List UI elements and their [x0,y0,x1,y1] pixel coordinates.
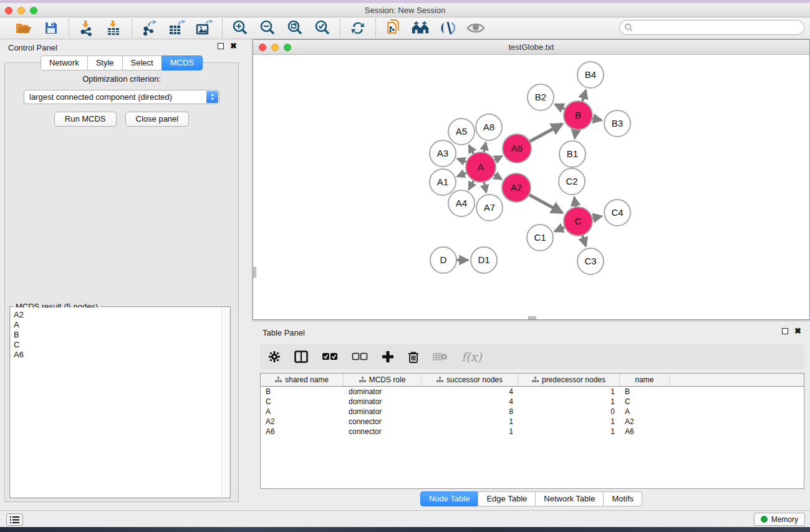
node-table[interactable]: shared nameMCDS rolesuccessor nodesprede… [260,373,804,489]
result-scrollbar[interactable] [221,307,229,497]
graph-edge-A-A3[interactable] [458,159,467,162]
table-header-row[interactable]: shared nameMCDS rolesuccessor nodesprede… [261,374,804,387]
clone-network-icon[interactable] [384,19,403,37]
column-header[interactable]: MCDS role [344,374,422,386]
table-cell[interactable]: C [620,397,670,407]
table-row[interactable]: A2connector11A2 [261,417,804,427]
table-cell[interactable]: 1 [518,387,620,397]
tab-motifs[interactable]: Motifs [603,491,642,506]
result-item[interactable]: A [14,320,229,330]
import-network-icon[interactable] [77,19,96,37]
tab-network[interactable]: Network [41,56,88,70]
table-cell[interactable]: A6 [261,427,344,437]
tab-style[interactable]: Style [87,56,123,70]
zoom-selected-icon[interactable] [313,19,332,37]
table-cell[interactable]: 0 [518,407,620,417]
export-network-icon[interactable] [140,19,159,37]
open-file-icon[interactable] [14,19,33,37]
optimization-criterion-dropdown[interactable]: largest connected component (directed) ▲… [24,90,219,104]
column-header[interactable]: predecessor nodes [518,374,620,386]
graph-edge-C-C3[interactable] [582,235,586,246]
graph-edge-A-A6[interactable] [494,156,502,160]
export-table-icon[interactable] [168,19,186,37]
graph-edge-A-A4[interactable] [469,180,474,190]
graph-edge-A-A1[interactable] [457,173,466,177]
graph-edge-C-C1[interactable] [555,227,565,231]
table-cell[interactable]: 1 [422,417,518,427]
graph-edge-B-B1[interactable] [575,130,576,138]
close-panel-button[interactable]: Close panel [125,112,190,127]
run-mcds-button[interactable]: Run MCDS [54,112,117,127]
refresh-icon[interactable] [349,19,367,37]
gear-icon[interactable] [268,351,281,363]
column-header[interactable]: successor nodes [422,374,518,386]
canvas-vscroll-thumb[interactable] [253,267,256,278]
table-cell[interactable]: A2 [620,417,670,427]
tab-select[interactable]: Select [122,56,162,70]
table-cell[interactable]: 1 [518,427,620,437]
network-window-titlebar[interactable]: testGlobe.txt [253,40,809,55]
tab-mcds[interactable]: MCDS [162,56,203,70]
function-builder-icon[interactable]: f(x) [461,350,482,364]
zoom-out-icon[interactable] [258,19,277,37]
table-row[interactable]: A6connector11A6 [261,427,804,437]
table-cell[interactable]: connector [344,427,422,437]
graph-edge-B-B3[interactable] [592,118,602,120]
network-canvas[interactable]: B4B2BB3A5A8A6A3B1AA1C2A2A4A7CC4C1C3DD1 [253,55,809,319]
table-cell[interactable]: B [620,387,670,397]
graph-edge-C-C4[interactable] [592,216,601,218]
table-cell[interactable]: dominator [344,397,422,407]
tab-edge-table[interactable]: Edge Table [478,491,536,506]
show-details-eye-icon[interactable] [466,19,485,37]
table-cell[interactable]: C [261,397,344,407]
memory-button[interactable]: Memory [754,513,805,526]
search-input[interactable] [633,22,804,33]
graph-edge-A2-C[interactable] [529,195,562,213]
table-cell[interactable]: 1 [518,397,620,407]
table-cell[interactable]: connector [344,417,422,427]
table-cell[interactable]: 1 [518,417,620,427]
column-header[interactable]: name [620,374,670,386]
tab-node-table[interactable]: Node Table [420,491,479,506]
save-session-icon[interactable] [42,19,60,37]
table-row[interactable]: Cdominator41C [261,397,804,407]
result-item[interactable]: B [14,330,229,340]
first-neighbors-icon[interactable] [412,19,430,37]
table-cell[interactable]: A6 [620,427,670,437]
add-column-icon[interactable] [382,351,394,363]
hide-details-icon[interactable] [439,19,458,37]
export-image-icon[interactable] [195,19,214,37]
task-history-button[interactable] [6,513,23,526]
result-item[interactable]: C [14,340,229,350]
table-cell[interactable]: A [620,407,670,417]
table-cell[interactable]: dominator [344,387,422,397]
select-all-icon[interactable] [322,352,338,361]
zoom-in-icon[interactable] [231,19,249,37]
mcds-result-list[interactable]: A2ABCA6 [11,307,229,497]
delete-icon[interactable] [408,351,419,364]
zoom-fit-icon[interactable] [286,19,304,37]
table-row[interactable]: Adominator80A [261,407,804,417]
delete-table-icon[interactable] [433,352,448,362]
table-cell[interactable]: A [261,407,344,417]
result-item[interactable]: A2 [14,310,229,320]
table-cell[interactable]: 1 [422,427,518,437]
import-table-icon[interactable] [105,19,123,37]
graph-edge-A6-B[interactable] [529,124,562,142]
close-panel-icon[interactable]: ✖ [230,43,237,49]
table-cell[interactable]: B [261,387,344,397]
tab-network-table[interactable]: Network Table [535,491,604,506]
graph-edge-B-B2[interactable] [555,104,565,109]
float-panel-icon[interactable] [218,43,224,49]
deselect-all-icon[interactable] [352,352,368,361]
table-cell[interactable]: 4 [422,387,518,397]
canvas-hscroll-thumb[interactable] [528,316,536,319]
graph-edge-C-C2[interactable] [574,197,576,207]
graph-edge-B-B4[interactable] [582,90,586,102]
column-header[interactable]: shared name [261,374,344,386]
float-table-panel-icon[interactable] [782,328,788,334]
network-graph[interactable]: B4B2BB3A5A8A6A3B1AA1C2A2A4A7CC4C1C3DD1 [253,55,809,319]
table-row[interactable]: Bdominator41B [261,387,804,397]
result-item[interactable]: A6 [14,350,229,360]
graph-edge-A-A8[interactable] [484,143,486,153]
